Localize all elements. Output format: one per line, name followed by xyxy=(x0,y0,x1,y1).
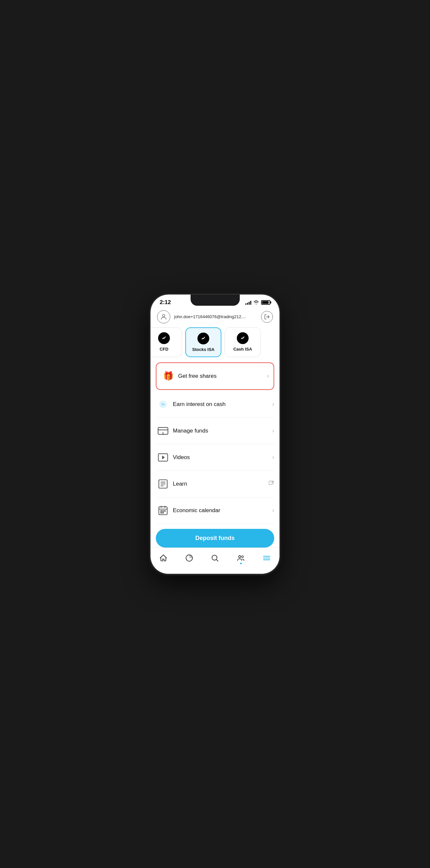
menu-item-earn-interest[interactable]: 🐷 % Earn interest on cash › xyxy=(156,391,274,418)
menu-label-economic-calendar: Economic calendar xyxy=(173,507,272,514)
menu-item-manage-funds[interactable]: $ Manage funds › xyxy=(156,418,274,444)
svg-point-23 xyxy=(161,512,162,513)
logout-button[interactable] xyxy=(261,311,273,323)
chevron-right-icon-2: › xyxy=(272,401,274,408)
videos-icon xyxy=(156,450,170,465)
learn-icon xyxy=(156,477,170,491)
menu-item-videos[interactable]: Videos › xyxy=(156,444,274,471)
svg-point-0 xyxy=(162,314,165,316)
tab-cash-isa[interactable]: Cash ISA xyxy=(225,327,261,357)
menu-item-learn[interactable]: Learn xyxy=(156,471,274,497)
header: john.doe+1716446076@trading212.... xyxy=(150,308,280,327)
user-email: john.doe+1716446076@trading212.... xyxy=(174,314,257,319)
cfd-logo xyxy=(158,332,170,344)
cash-isa-logo xyxy=(237,332,249,344)
menu-label-free-shares: Get free shares xyxy=(178,373,267,379)
status-icons xyxy=(245,300,270,305)
chevron-right-icon: › xyxy=(267,373,269,379)
free-shares-icon: 🎁 xyxy=(161,369,175,383)
svg-text:%: % xyxy=(162,402,165,406)
bottom-nav xyxy=(150,548,280,574)
deposit-funds-button[interactable]: Deposit funds xyxy=(156,529,274,548)
nav-home[interactable] xyxy=(154,553,173,564)
avatar[interactable] xyxy=(157,310,170,323)
stocks-isa-logo xyxy=(197,333,209,344)
home-icon xyxy=(159,554,168,562)
social-notification-dot xyxy=(240,563,242,564)
nav-search[interactable] xyxy=(205,553,224,564)
menu-label-learn: Learn xyxy=(173,481,268,487)
status-time: 2:12 xyxy=(160,299,171,306)
tab-stocks-isa[interactable]: Stocks ISA xyxy=(185,327,221,357)
svg-point-32 xyxy=(242,556,243,557)
manage-funds-icon: $ xyxy=(156,424,170,438)
svg-line-30 xyxy=(217,560,218,561)
chevron-right-icon-3: › xyxy=(272,427,274,434)
tab-cfd[interactable]: CFD xyxy=(150,327,182,357)
earn-interest-icon: 🐷 % xyxy=(156,397,170,411)
menu-item-free-shares[interactable]: 🎁 Get free shares › xyxy=(156,363,274,390)
tab-stocks-isa-label: Stocks ISA xyxy=(192,347,214,352)
economic-calendar-icon xyxy=(156,503,170,518)
search-icon xyxy=(210,554,219,562)
svg-point-24 xyxy=(163,512,164,513)
menu-label-manage-funds: Manage funds xyxy=(173,428,272,434)
nav-menu[interactable] xyxy=(257,553,276,564)
menu-icon xyxy=(262,554,271,562)
menu-label-videos: Videos xyxy=(173,454,272,461)
menu-item-economic-calendar[interactable]: Economic calendar › xyxy=(156,497,274,524)
wifi-icon xyxy=(253,300,259,305)
portfolio-icon xyxy=(185,554,194,562)
battery-icon xyxy=(261,300,270,305)
menu-label-earn-interest: Earn interest on cash xyxy=(173,401,272,408)
nav-social[interactable] xyxy=(231,553,250,564)
tab-cash-isa-label: Cash ISA xyxy=(233,347,252,351)
account-tabs: CFD Stocks ISA xyxy=(150,327,280,363)
svg-text:$: $ xyxy=(162,431,164,435)
svg-point-21 xyxy=(163,510,164,512)
social-icon xyxy=(236,554,245,562)
tab-cfd-label: CFD xyxy=(160,347,169,351)
svg-point-31 xyxy=(239,555,241,558)
chevron-right-icon-5: › xyxy=(272,507,274,514)
external-link-icon xyxy=(268,480,274,488)
signal-icon xyxy=(245,300,251,305)
svg-point-20 xyxy=(161,510,162,512)
chevron-right-icon-4: › xyxy=(272,454,274,461)
svg-marker-9 xyxy=(162,456,165,459)
svg-point-22 xyxy=(164,510,165,512)
nav-portfolio[interactable] xyxy=(180,553,199,564)
